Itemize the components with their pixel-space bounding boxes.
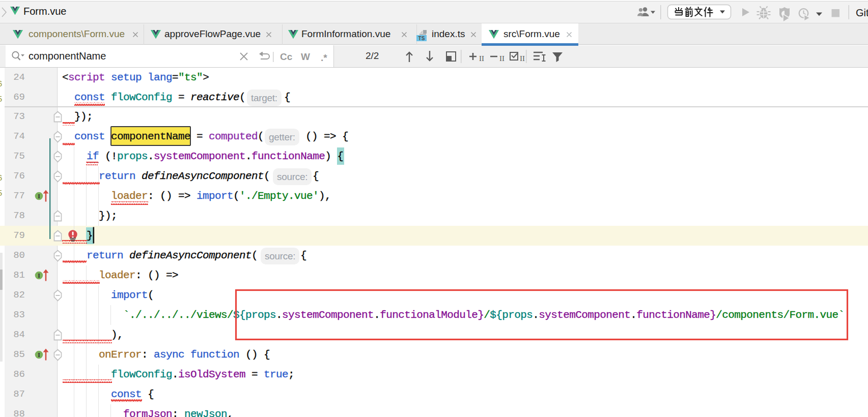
svg-text:I: I <box>38 351 40 359</box>
svg-text:I: I <box>38 192 40 200</box>
svg-text:I: I <box>38 272 40 279</box>
